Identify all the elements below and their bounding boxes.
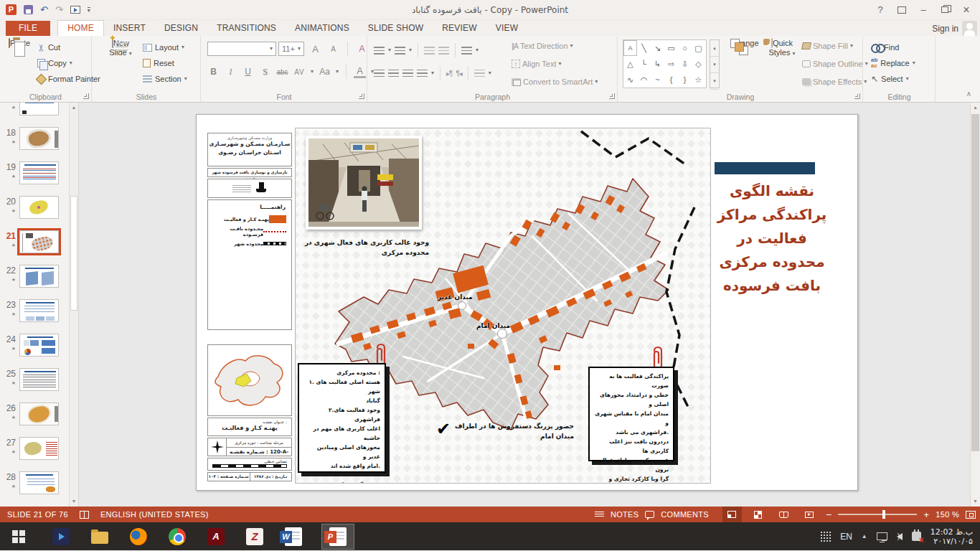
date-page-box[interactable]: شـماره صـفحه : ۱۰۴ تـاریـخ : دی ۱۳۸۶ (207, 472, 292, 481)
align-left-icon[interactable] (374, 70, 385, 77)
shape-star-icon[interactable]: ☆ (692, 72, 705, 88)
project-title-box[interactable]: بازسازی و نوسازی بافت فرسوده شهر گناباد (207, 168, 292, 177)
line-spacing-icon[interactable] (461, 47, 472, 55)
gallery-more-icon[interactable]: ▾ (710, 73, 719, 90)
zoom-in-button[interactable]: + (923, 509, 929, 520)
scrollbar-thumb[interactable] (971, 114, 979, 451)
network-icon[interactable] (877, 532, 887, 540)
thumbnail-19[interactable] (19, 161, 59, 184)
thumbnail-item-28[interactable]: 28★ (1, 471, 62, 494)
taskbar-chrome[interactable] (166, 526, 188, 547)
justify-icon[interactable] (417, 70, 428, 77)
copy-button[interactable]: Copy ▾ (37, 56, 72, 70)
change-case-button[interactable]: Aa (319, 65, 331, 78)
shape-curve-icon[interactable]: ~ (651, 72, 664, 88)
bold-button[interactable]: B (207, 65, 220, 78)
touch-keyboard-icon[interactable] (820, 531, 831, 542)
shapes-gallery-scrollbar[interactable]: ▴ ▾ ▾ (710, 39, 720, 88)
slideshow-view-button[interactable] (800, 507, 819, 522)
scrollbar-thumb[interactable] (70, 196, 77, 311)
shape-elbow-arrow-icon[interactable]: ↳ (651, 56, 664, 72)
close-button[interactable]: × (957, 3, 976, 17)
font-dialog-launcher[interactable] (359, 93, 364, 99)
align-text-button[interactable]: ↕ Align Text ▾ (512, 60, 562, 68)
shape-scribble-icon[interactable]: ∿ (623, 72, 637, 88)
columns-icon[interactable] (474, 70, 485, 77)
shape-line-icon[interactable]: ╲ (637, 40, 651, 56)
quick-styles-button[interactable]: Quick Styles ▾ (765, 39, 799, 57)
slide-canvas[interactable]: وزارت مسـکن وشهرسـازی سـازمـان مسـکن و ش… (79, 103, 980, 507)
redo-icon[interactable]: ↷ (55, 4, 63, 16)
convert-smartart-button[interactable]: Convert to SmartArt ▾ (512, 77, 598, 86)
decrease-indent-icon[interactable] (424, 47, 435, 55)
zoom-level[interactable]: 150 % (936, 510, 959, 519)
shrink-font-button[interactable]: A (327, 42, 339, 55)
save-icon[interactable] (24, 5, 33, 14)
shape-oval-icon[interactable]: ○ (678, 40, 692, 56)
bazaar-photo[interactable] (306, 136, 422, 230)
align-right-icon[interactable] (402, 70, 413, 77)
activity-map[interactable]: وجود غالب کاربری های فعال شهری در محدوده… (295, 128, 711, 484)
section-button[interactable]: Section ▾ (143, 72, 187, 86)
shape-freeform-icon[interactable]: ◇ (692, 56, 705, 72)
thumbnail-item-23[interactable]: 23★ (1, 299, 62, 322)
thumbnail-item-21-selected[interactable]: 21★ (1, 230, 62, 253)
text-shadow-button[interactable]: S (259, 65, 271, 78)
shape-elbow-icon[interactable]: └ (637, 56, 651, 72)
photo-caption[interactable]: وجود غالب کاربری های فعال شهری در محدوده… (300, 237, 429, 258)
taskbar-powerpoint-active[interactable]: P (321, 524, 354, 550)
shape-text-box-icon[interactable]: A (623, 40, 637, 56)
grow-font-button[interactable]: A (309, 42, 321, 55)
dispersion-note-box[interactable]: پراکندگی فعالیت ها به صورت خطی و درامتدا… (588, 367, 674, 461)
customize-qat-icon[interactable]: ▾ (88, 7, 90, 13)
thumbnail-item-27[interactable]: 27★ (1, 437, 62, 460)
format-painter-button[interactable]: Format Painter (37, 72, 100, 86)
thumbnail-23[interactable] (19, 299, 59, 322)
start-slideshow-icon[interactable] (70, 6, 80, 14)
map-info-box[interactable]: مرحله شناخت - حوزه مرکزی شـماره نقشـه : … (207, 438, 292, 456)
canvas-scrollbar[interactable]: ▲ ▼ (970, 103, 980, 507)
text-direction-button[interactable]: ||A Text Direction ▾ (512, 42, 573, 50)
scroll-up-icon[interactable]: ▲ (971, 103, 980, 113)
thumbnail-18[interactable] (19, 127, 59, 150)
thumbnail-25[interactable] (19, 368, 59, 391)
shape-arc-icon[interactable]: ◠ (637, 72, 651, 88)
tab-design[interactable]: DESIGN (155, 21, 207, 36)
thumbnail-item-19[interactable]: 19★ (1, 161, 62, 184)
drawing-dialog-launcher[interactable] (854, 93, 860, 99)
shape-effects-button[interactable]: Shape Effects ▾ (802, 77, 867, 86)
new-slide-button[interactable]: New Slide ▾ (105, 39, 136, 57)
title-accent-bar[interactable] (715, 162, 815, 174)
gallery-up-icon[interactable]: ▴ (710, 40, 719, 57)
shape-down-arrow-icon[interactable]: ⇩ (678, 56, 692, 72)
find-button[interactable]: Find (871, 40, 899, 55)
strikethrough-button[interactable]: abc (276, 65, 288, 78)
thumbnail-26[interactable] (19, 402, 59, 425)
taskbar-adobe-reader[interactable]: A (205, 526, 227, 547)
taskbar-file-explorer[interactable] (89, 526, 110, 547)
thumbnail-21[interactable] (19, 230, 59, 253)
font-size-combo[interactable]: 11+ ▾ (278, 42, 304, 56)
thumbnail-17[interactable] (19, 103, 59, 116)
shape-left-brace-icon[interactable]: { (664, 72, 678, 88)
minimize-button[interactable]: – (914, 3, 933, 17)
street-vendors-note[interactable]: ✔ حضور پررنگ دستفروش ها در اطراف میدان ا… (436, 421, 574, 441)
select-button[interactable]: ↖ Select ▾ (871, 72, 909, 86)
thumbnail-20[interactable] (19, 196, 59, 219)
scroll-down-icon[interactable]: ▼ (971, 496, 980, 507)
sign-in-link[interactable]: Sign in (932, 24, 958, 34)
thumbnail-item-18[interactable]: 18★ (1, 127, 62, 150)
clipboard-dialog-launcher[interactable] (83, 93, 89, 99)
numbering-icon[interactable] (395, 47, 405, 55)
thumbnail-27[interactable] (19, 437, 59, 460)
thumbnail-item-24[interactable]: 24★ (1, 334, 62, 357)
thumbnail-28[interactable] (19, 471, 59, 494)
left-to-right-icon[interactable]: ▸¶ (446, 70, 452, 77)
font-color-button[interactable]: A (354, 65, 366, 78)
bullets-icon[interactable] (374, 47, 385, 55)
slide-title-text[interactable]: نقشه الگوی پراکندگی مراکز فعالیت در محدو… (701, 179, 843, 298)
spell-check-icon[interactable] (80, 511, 89, 519)
character-spacing-button[interactable]: AV (293, 65, 306, 78)
shape-rectangle-icon[interactable]: ▭ (664, 40, 678, 56)
shape-rounded-rectangle-icon[interactable]: ▢ (692, 40, 705, 56)
